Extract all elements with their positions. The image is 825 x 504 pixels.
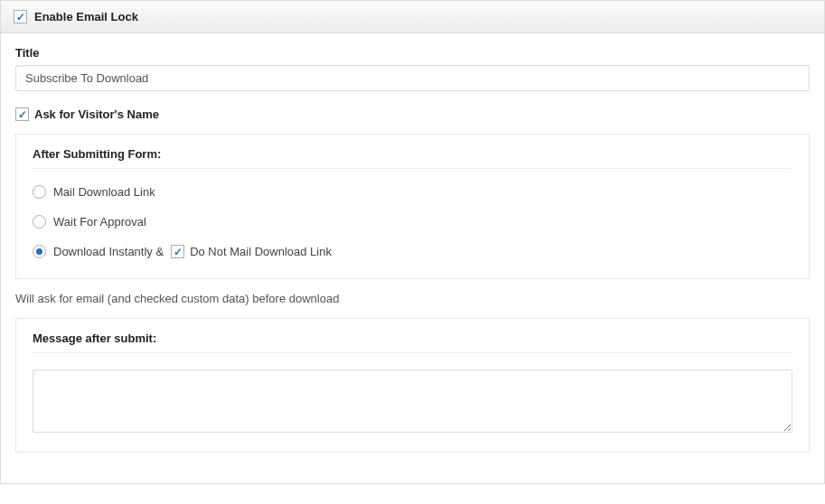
ask-name-label: Ask for Visitor's Name (34, 107, 159, 121)
message-after-textarea[interactable] (33, 369, 792, 433)
help-text: Will ask for email (and checked custom d… (15, 292, 810, 305)
radio-label-prefix: Download Instantly & (53, 245, 164, 258)
radio-mail-download-link-input[interactable] (33, 185, 46, 199)
email-lock-panel: Enable Email Lock Title Ask for Visitor'… (0, 0, 825, 484)
panel-header: Enable Email Lock (1, 1, 824, 33)
do-not-mail-label: Do Not Mail Download Link (190, 245, 332, 258)
do-not-mail-checkbox[interactable] (171, 245, 184, 258)
enable-email-lock-checkbox[interactable] (14, 10, 27, 23)
message-after-fieldset: Message after submit: (15, 318, 810, 453)
ask-name-row: Ask for Visitor's Name (15, 107, 159, 121)
after-submit-fieldset: After Submitting Form: Mail Download Lin… (15, 134, 810, 279)
radio-mail-download-link[interactable]: Mail Download Link (33, 185, 792, 199)
radio-download-instantly-input[interactable] (33, 245, 46, 258)
ask-name-checkbox[interactable] (15, 107, 29, 121)
after-submit-title: After Submitting Form: (33, 147, 792, 169)
radio-label: Mail Download Link (53, 185, 155, 199)
do-not-mail-wrapper: Do Not Mail Download Link (171, 245, 332, 258)
radio-label: Wait For Approval (53, 215, 146, 229)
panel-body: Title Ask for Visitor's Name After Submi… (1, 33, 824, 483)
radio-wait-for-approval[interactable]: Wait For Approval (33, 215, 792, 229)
radio-download-instantly[interactable]: Download Instantly & Do Not Mail Downloa… (33, 245, 792, 258)
enable-email-lock-label: Enable Email Lock (34, 10, 138, 23)
radio-wait-for-approval-input[interactable] (33, 215, 46, 229)
title-label: Title (15, 46, 810, 60)
message-after-title: Message after submit: (33, 331, 792, 353)
title-input[interactable] (15, 65, 810, 91)
